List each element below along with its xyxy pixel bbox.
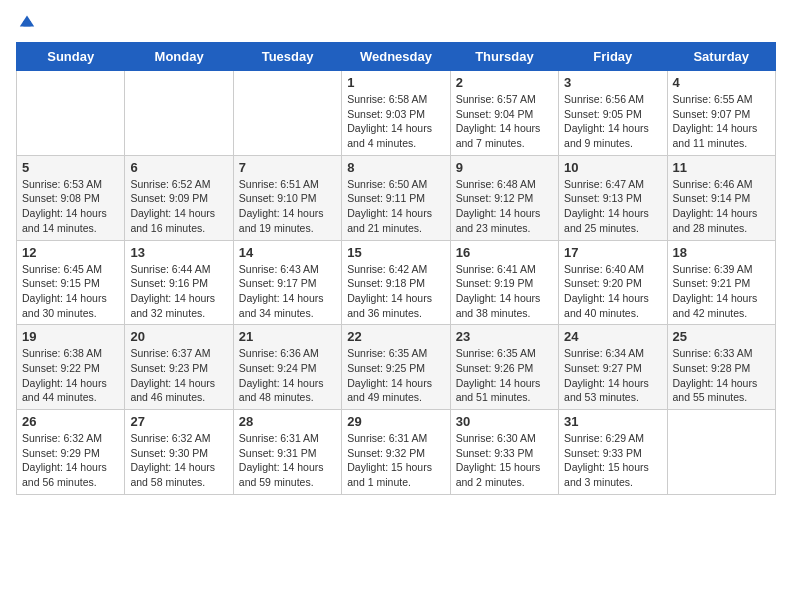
day-number: 19 [22, 329, 119, 344]
day-number: 24 [564, 329, 661, 344]
calendar-cell: 30Sunrise: 6:30 AM Sunset: 9:33 PM Dayli… [450, 410, 558, 495]
day-info: Sunrise: 6:43 AM Sunset: 9:17 PM Dayligh… [239, 263, 324, 319]
col-header-monday: Monday [125, 43, 233, 71]
day-number: 14 [239, 245, 336, 260]
day-info: Sunrise: 6:42 AM Sunset: 9:18 PM Dayligh… [347, 263, 432, 319]
day-number: 2 [456, 75, 553, 90]
day-info: Sunrise: 6:56 AM Sunset: 9:05 PM Dayligh… [564, 93, 649, 149]
calendar-cell: 9Sunrise: 6:48 AM Sunset: 9:12 PM Daylig… [450, 155, 558, 240]
day-number: 17 [564, 245, 661, 260]
day-number: 28 [239, 414, 336, 429]
calendar-cell: 27Sunrise: 6:32 AM Sunset: 9:30 PM Dayli… [125, 410, 233, 495]
day-info: Sunrise: 6:35 AM Sunset: 9:25 PM Dayligh… [347, 347, 432, 403]
day-info: Sunrise: 6:29 AM Sunset: 9:33 PM Dayligh… [564, 432, 649, 488]
day-number: 21 [239, 329, 336, 344]
day-number: 9 [456, 160, 553, 175]
day-number: 1 [347, 75, 444, 90]
day-number: 27 [130, 414, 227, 429]
day-number: 8 [347, 160, 444, 175]
day-number: 22 [347, 329, 444, 344]
calendar-cell: 18Sunrise: 6:39 AM Sunset: 9:21 PM Dayli… [667, 240, 775, 325]
calendar-cell: 29Sunrise: 6:31 AM Sunset: 9:32 PM Dayli… [342, 410, 450, 495]
calendar-cell: 24Sunrise: 6:34 AM Sunset: 9:27 PM Dayli… [559, 325, 667, 410]
calendar-cell: 14Sunrise: 6:43 AM Sunset: 9:17 PM Dayli… [233, 240, 341, 325]
calendar-cell: 5Sunrise: 6:53 AM Sunset: 9:08 PM Daylig… [17, 155, 125, 240]
day-number: 11 [673, 160, 770, 175]
calendar-cell: 11Sunrise: 6:46 AM Sunset: 9:14 PM Dayli… [667, 155, 775, 240]
day-number: 10 [564, 160, 661, 175]
day-number: 29 [347, 414, 444, 429]
calendar-cell: 12Sunrise: 6:45 AM Sunset: 9:15 PM Dayli… [17, 240, 125, 325]
col-header-sunday: Sunday [17, 43, 125, 71]
day-info: Sunrise: 6:46 AM Sunset: 9:14 PM Dayligh… [673, 178, 758, 234]
day-number: 18 [673, 245, 770, 260]
svg-marker-1 [23, 21, 30, 26]
calendar-cell: 22Sunrise: 6:35 AM Sunset: 9:25 PM Dayli… [342, 325, 450, 410]
calendar-cell: 4Sunrise: 6:55 AM Sunset: 9:07 PM Daylig… [667, 71, 775, 156]
calendar-header-row: SundayMondayTuesdayWednesdayThursdayFrid… [17, 43, 776, 71]
day-number: 25 [673, 329, 770, 344]
calendar-week-row: 26Sunrise: 6:32 AM Sunset: 9:29 PM Dayli… [17, 410, 776, 495]
day-info: Sunrise: 6:55 AM Sunset: 9:07 PM Dayligh… [673, 93, 758, 149]
day-info: Sunrise: 6:57 AM Sunset: 9:04 PM Dayligh… [456, 93, 541, 149]
day-number: 13 [130, 245, 227, 260]
day-number: 30 [456, 414, 553, 429]
calendar-cell: 13Sunrise: 6:44 AM Sunset: 9:16 PM Dayli… [125, 240, 233, 325]
calendar-cell: 3Sunrise: 6:56 AM Sunset: 9:05 PM Daylig… [559, 71, 667, 156]
day-number: 31 [564, 414, 661, 429]
calendar-table: SundayMondayTuesdayWednesdayThursdayFrid… [16, 42, 776, 495]
day-info: Sunrise: 6:34 AM Sunset: 9:27 PM Dayligh… [564, 347, 649, 403]
calendar-cell [233, 71, 341, 156]
calendar-cell: 17Sunrise: 6:40 AM Sunset: 9:20 PM Dayli… [559, 240, 667, 325]
calendar-cell: 21Sunrise: 6:36 AM Sunset: 9:24 PM Dayli… [233, 325, 341, 410]
calendar-cell [125, 71, 233, 156]
calendar-cell: 10Sunrise: 6:47 AM Sunset: 9:13 PM Dayli… [559, 155, 667, 240]
day-number: 12 [22, 245, 119, 260]
day-info: Sunrise: 6:36 AM Sunset: 9:24 PM Dayligh… [239, 347, 324, 403]
day-info: Sunrise: 6:45 AM Sunset: 9:15 PM Dayligh… [22, 263, 107, 319]
day-info: Sunrise: 6:32 AM Sunset: 9:29 PM Dayligh… [22, 432, 107, 488]
day-number: 23 [456, 329, 553, 344]
calendar-cell: 7Sunrise: 6:51 AM Sunset: 9:10 PM Daylig… [233, 155, 341, 240]
col-header-saturday: Saturday [667, 43, 775, 71]
day-info: Sunrise: 6:47 AM Sunset: 9:13 PM Dayligh… [564, 178, 649, 234]
day-number: 5 [22, 160, 119, 175]
calendar-cell: 1Sunrise: 6:58 AM Sunset: 9:03 PM Daylig… [342, 71, 450, 156]
col-header-tuesday: Tuesday [233, 43, 341, 71]
day-info: Sunrise: 6:58 AM Sunset: 9:03 PM Dayligh… [347, 93, 432, 149]
calendar-cell: 16Sunrise: 6:41 AM Sunset: 9:19 PM Dayli… [450, 240, 558, 325]
day-info: Sunrise: 6:51 AM Sunset: 9:10 PM Dayligh… [239, 178, 324, 234]
day-number: 7 [239, 160, 336, 175]
day-info: Sunrise: 6:35 AM Sunset: 9:26 PM Dayligh… [456, 347, 541, 403]
day-info: Sunrise: 6:32 AM Sunset: 9:30 PM Dayligh… [130, 432, 215, 488]
calendar-cell: 8Sunrise: 6:50 AM Sunset: 9:11 PM Daylig… [342, 155, 450, 240]
day-number: 15 [347, 245, 444, 260]
calendar-week-row: 19Sunrise: 6:38 AM Sunset: 9:22 PM Dayli… [17, 325, 776, 410]
calendar-cell: 2Sunrise: 6:57 AM Sunset: 9:04 PM Daylig… [450, 71, 558, 156]
calendar-cell: 31Sunrise: 6:29 AM Sunset: 9:33 PM Dayli… [559, 410, 667, 495]
day-info: Sunrise: 6:44 AM Sunset: 9:16 PM Dayligh… [130, 263, 215, 319]
day-info: Sunrise: 6:38 AM Sunset: 9:22 PM Dayligh… [22, 347, 107, 403]
day-number: 4 [673, 75, 770, 90]
day-number: 26 [22, 414, 119, 429]
calendar-cell [667, 410, 775, 495]
calendar-cell: 28Sunrise: 6:31 AM Sunset: 9:31 PM Dayli… [233, 410, 341, 495]
day-info: Sunrise: 6:31 AM Sunset: 9:31 PM Dayligh… [239, 432, 324, 488]
day-info: Sunrise: 6:33 AM Sunset: 9:28 PM Dayligh… [673, 347, 758, 403]
calendar-cell: 15Sunrise: 6:42 AM Sunset: 9:18 PM Dayli… [342, 240, 450, 325]
day-info: Sunrise: 6:31 AM Sunset: 9:32 PM Dayligh… [347, 432, 432, 488]
col-header-thursday: Thursday [450, 43, 558, 71]
day-number: 20 [130, 329, 227, 344]
day-info: Sunrise: 6:52 AM Sunset: 9:09 PM Dayligh… [130, 178, 215, 234]
logo [16, 16, 36, 30]
calendar-week-row: 1Sunrise: 6:58 AM Sunset: 9:03 PM Daylig… [17, 71, 776, 156]
calendar-week-row: 12Sunrise: 6:45 AM Sunset: 9:15 PM Dayli… [17, 240, 776, 325]
col-header-friday: Friday [559, 43, 667, 71]
day-info: Sunrise: 6:37 AM Sunset: 9:23 PM Dayligh… [130, 347, 215, 403]
calendar-cell: 6Sunrise: 6:52 AM Sunset: 9:09 PM Daylig… [125, 155, 233, 240]
day-info: Sunrise: 6:53 AM Sunset: 9:08 PM Dayligh… [22, 178, 107, 234]
day-number: 3 [564, 75, 661, 90]
day-info: Sunrise: 6:48 AM Sunset: 9:12 PM Dayligh… [456, 178, 541, 234]
day-info: Sunrise: 6:30 AM Sunset: 9:33 PM Dayligh… [456, 432, 541, 488]
day-info: Sunrise: 6:39 AM Sunset: 9:21 PM Dayligh… [673, 263, 758, 319]
